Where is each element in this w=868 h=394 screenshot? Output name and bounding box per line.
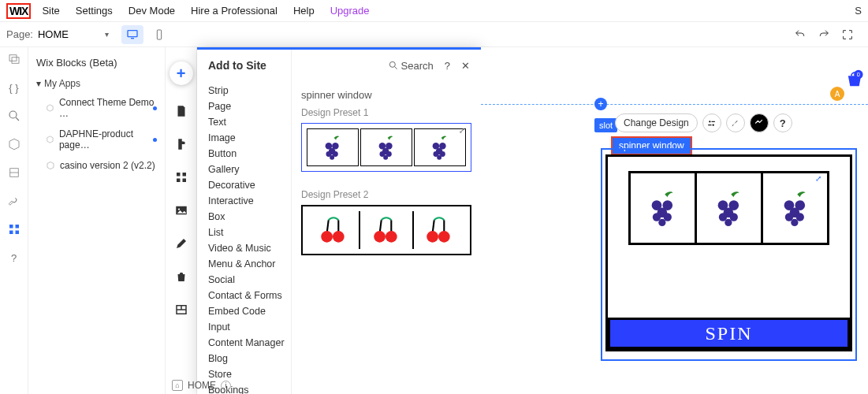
undo-icon[interactable]	[794, 28, 807, 41]
svg-point-23	[389, 61, 395, 67]
spinner-window-widget[interactable]: ⤢ SPIN	[605, 154, 852, 351]
cube-icon	[46, 103, 54, 113]
flyout-help-button[interactable]: ?	[445, 60, 450, 72]
svg-rect-16	[182, 179, 186, 183]
editor-canvas[interactable]: A 0 + slot Change Design ? spinner windo…	[481, 47, 868, 394]
preset-cell	[414, 211, 465, 249]
help-rail-icon[interactable]: ?	[7, 251, 21, 265]
svg-rect-14	[182, 173, 186, 177]
change-design-button[interactable]: Change Design	[615, 113, 698, 132]
svg-point-50	[386, 231, 397, 243]
slot-tag[interactable]: slot	[594, 118, 617, 132]
app-item-label: DAPHNE-product page…	[59, 128, 157, 151]
svg-point-30	[330, 155, 334, 160]
app-item-label: Connect Theme Demo …	[59, 97, 157, 119]
braces-icon[interactable]: { }	[7, 80, 21, 95]
page-value: HOME	[38, 28, 69, 40]
category-item[interactable]: Gallery	[197, 162, 291, 177]
svg-point-45	[321, 231, 333, 243]
svg-rect-1	[131, 38, 134, 39]
database-icon[interactable]	[7, 165, 21, 180]
page-icon[interactable]	[174, 104, 188, 118]
app-item[interactable]: casino version 2 (v2.2)	[28, 155, 165, 176]
category-item[interactable]: Embed Code	[197, 303, 291, 319]
category-item[interactable]: Blog	[197, 351, 291, 366]
mobile-view-button[interactable]	[148, 25, 170, 44]
category-item[interactable]: Strip	[197, 83, 291, 98]
category-item[interactable]: Image	[197, 130, 291, 146]
unsaved-dot-icon	[153, 138, 157, 142]
category-item[interactable]: Video & Music	[197, 240, 291, 256]
expand-icon: ⤢	[459, 126, 468, 136]
pen-icon[interactable]	[174, 236, 188, 251]
home-crumb-icon[interactable]: ⌂	[172, 380, 183, 391]
menu-devmode[interactable]: Dev Mode	[129, 5, 175, 17]
flyout-search[interactable]: Search	[388, 60, 434, 72]
category-item[interactable]: Page	[197, 98, 291, 114]
add-section-button[interactable]: +	[594, 98, 607, 110]
svg-rect-22	[177, 310, 185, 314]
app-item[interactable]: Connect Theme Demo …	[28, 92, 165, 124]
design-brush-button[interactable]	[726, 113, 745, 132]
category-item[interactable]: Box	[197, 209, 291, 225]
grape-icon	[427, 134, 453, 161]
package-icon[interactable]	[7, 137, 21, 151]
cart-icon[interactable]: 0	[844, 69, 865, 90]
menu-settings[interactable]: Settings	[76, 5, 113, 17]
preset-cell	[360, 128, 412, 166]
expand-icon[interactable]: ⤢	[815, 174, 826, 185]
menu-help[interactable]: Help	[293, 5, 315, 17]
preset-cell	[360, 211, 413, 249]
category-item[interactable]: Button	[197, 146, 291, 162]
wrench-icon[interactable]	[7, 194, 21, 208]
category-item[interactable]: Interactive	[197, 193, 291, 209]
category-item[interactable]: Menu & Anchor	[197, 256, 291, 272]
blocks-rail-icon[interactable]	[7, 222, 21, 236]
flyout-close-button[interactable]: ✕	[461, 60, 470, 72]
svg-text:0: 0	[857, 71, 860, 78]
user-avatar[interactable]: A	[830, 87, 844, 101]
expand-icon[interactable]	[841, 28, 854, 41]
layout-icon[interactable]	[174, 303, 188, 317]
app-item-label: casino version 2 (v2.2)	[60, 160, 155, 171]
image-icon[interactable]	[174, 203, 188, 217]
top-right-letter[interactable]: S	[855, 5, 862, 17]
paint-icon[interactable]	[174, 137, 188, 151]
search-icon[interactable]	[7, 109, 21, 123]
category-item[interactable]: Input	[197, 319, 291, 335]
svg-point-65	[663, 213, 671, 221]
page-selector[interactable]: Page: HOME ▾	[6, 28, 109, 40]
cube-icon	[46, 161, 55, 170]
category-item[interactable]: Contact & Forms	[197, 288, 291, 303]
cherry-icon	[317, 214, 350, 247]
category-item[interactable]: Social	[197, 272, 291, 288]
app-item[interactable]: DAPHNE-product page…	[28, 124, 165, 155]
grid-icon[interactable]	[174, 170, 188, 184]
desktop-view-button[interactable]	[121, 25, 143, 44]
spin-button[interactable]: SPIN	[608, 318, 850, 349]
breadcrumb-page[interactable]: HOME	[188, 380, 216, 391]
flyout-search-label: Search	[401, 60, 434, 72]
search-icon	[388, 60, 399, 71]
explorer-group-myapps[interactable]: ▾ My Apps	[28, 75, 165, 92]
category-item[interactable]: List	[197, 225, 291, 240]
flyout-header: Add to Site Search ? ✕	[197, 50, 481, 81]
category-item[interactable]: Text	[197, 114, 291, 130]
menu-hire[interactable]: Hire a Professional	[191, 5, 278, 17]
bag-icon[interactable]	[174, 269, 188, 284]
grape-icon	[777, 190, 814, 226]
animation-button[interactable]	[750, 113, 769, 132]
preset-2-box[interactable]	[301, 205, 471, 255]
add-plus-button[interactable]: +	[170, 61, 193, 85]
category-item[interactable]: Decorative	[197, 177, 291, 193]
preset-1-box[interactable]: ⤢	[301, 123, 471, 172]
settings-toggle-button[interactable]	[702, 113, 721, 132]
layers-icon[interactable]	[7, 52, 21, 66]
reel-row	[628, 171, 829, 245]
help-button[interactable]: ?	[773, 113, 792, 132]
category-item[interactable]: Content Manager	[197, 335, 291, 351]
redo-icon[interactable]	[818, 28, 830, 41]
info-icon[interactable]: i	[221, 381, 231, 391]
menu-upgrade[interactable]: Upgrade	[330, 5, 370, 17]
menu-site[interactable]: Site	[42, 5, 59, 17]
